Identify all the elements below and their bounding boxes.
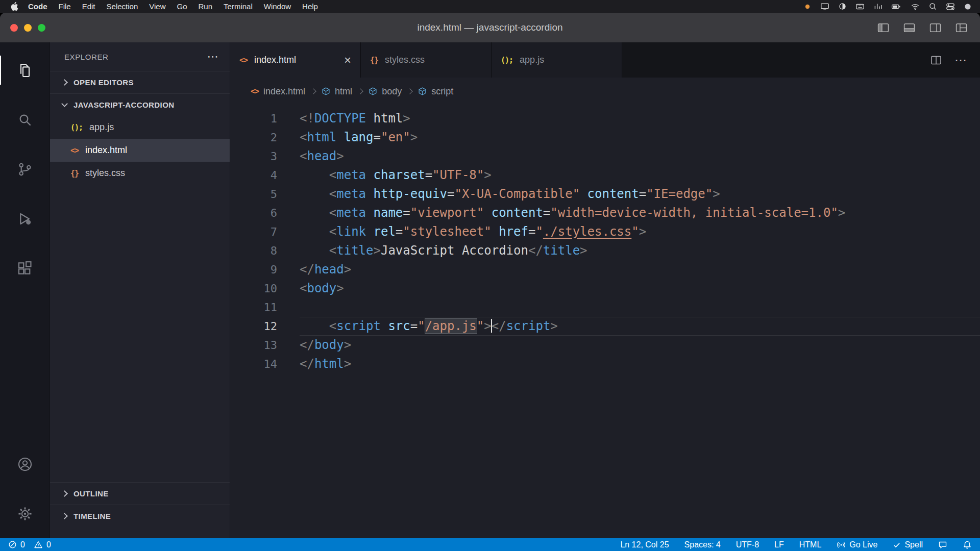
menu-item-selection[interactable]: Selection [101, 2, 144, 11]
menu-item-window[interactable]: Window [258, 2, 297, 11]
display-icon[interactable] [820, 2, 829, 11]
menu-item-terminal[interactable]: Terminal [218, 2, 258, 11]
titlebar[interactable]: index.html — javascript-accordion [0, 13, 980, 42]
line-number: 3 [230, 147, 277, 166]
code-line-12[interactable]: 12 <script src="/app.js"></script> [230, 317, 980, 336]
toggle-panel-icon[interactable] [903, 21, 916, 34]
tab-styles-css[interactable]: {} styles.css [361, 42, 492, 78]
spotlight-icon[interactable] [928, 2, 937, 11]
minimize-window-button[interactable] [24, 24, 32, 32]
settings-gear-icon[interactable] [0, 489, 50, 538]
sidebar-bottom-sections: OUTLINE TIMELINE [50, 482, 230, 538]
zoom-window-button[interactable] [38, 24, 45, 32]
breadcrumb-separator-icon [407, 88, 413, 94]
menu-item-run[interactable]: Run [193, 2, 218, 11]
symbol-cube-icon [418, 87, 427, 96]
symbol-cube-icon [369, 87, 377, 96]
menubar-menus: Code File Edit Selection View Go Run Ter… [8, 2, 324, 11]
symbol-cube-icon [322, 87, 330, 96]
close-tab-icon[interactable]: × [344, 54, 351, 66]
breadcrumb-html[interactable]: html [322, 86, 352, 97]
section-workspace[interactable]: JAVASCRIPT-ACCORDION [50, 93, 230, 116]
menu-item-edit[interactable]: Edit [77, 2, 101, 11]
search-icon[interactable] [0, 95, 50, 144]
editor-group: <> index.html × {} styles.css (); app.js [230, 42, 980, 538]
file-item-index-html[interactable]: <> index.html [50, 139, 230, 162]
control-center-icon[interactable] [946, 2, 955, 11]
css-file-icon: {} [370, 56, 378, 65]
screen-recording-indicator-icon[interactable] [803, 3, 812, 11]
line-number: 14 [230, 355, 277, 373]
line-number: 6 [230, 204, 277, 222]
file-item-styles-css[interactable]: {} styles.css [50, 162, 230, 185]
source-control-icon[interactable] [0, 144, 50, 194]
code-line-3[interactable]: 3<head> [230, 147, 980, 166]
close-window-button[interactable] [10, 24, 18, 32]
account-icon[interactable] [0, 439, 50, 489]
code-line-2[interactable]: 2<html lang="en"> [230, 128, 980, 147]
notifications-bell-icon[interactable] [963, 540, 972, 549]
section-outline[interactable]: OUTLINE [50, 482, 230, 505]
split-editor-icon[interactable] [930, 54, 942, 66]
file-item-app-js[interactable]: (); app.js [50, 116, 230, 139]
line-number: 7 [230, 222, 277, 241]
code-line-13[interactable]: 13</body> [230, 336, 980, 355]
code-area[interactable]: 1<!DOCTYPE html>2<html lang="en">3<head>… [230, 105, 980, 538]
menu-item-file[interactable]: File [53, 2, 77, 11]
tab-bar: <> index.html × {} styles.css (); app.js [230, 42, 980, 78]
section-open-editors[interactable]: OPEN EDITORS [50, 71, 230, 93]
go-live-status[interactable]: Go Live [837, 540, 877, 549]
problems-status[interactable]: 0 0 [8, 540, 51, 549]
wifi-icon[interactable] [911, 3, 920, 11]
code-line-8[interactable]: 8 <title>JavaScript Accordion</title> [230, 241, 980, 260]
code-line-9[interactable]: 9</head> [230, 260, 980, 279]
tab-label: index.html [254, 55, 296, 65]
apple-menu-icon[interactable] [8, 2, 22, 11]
code-line-7[interactable]: 7 <link rel="stylesheet" href="./styles.… [230, 222, 980, 241]
tab-label: styles.css [385, 55, 425, 65]
keyboard-icon[interactable] [855, 2, 865, 11]
code-line-6[interactable]: 6 <meta name="viewport" content="width=d… [230, 204, 980, 222]
tab-index-html[interactable]: <> index.html × [230, 42, 361, 78]
status-bar-left: 0 0 [8, 540, 51, 549]
explorer-more-actions-icon[interactable]: ⋯ [207, 51, 218, 62]
code-line-4[interactable]: 4 <meta charset="UTF-8"> [230, 166, 980, 185]
menu-item-code[interactable]: Code [22, 2, 53, 11]
breadcrumb-file[interactable]: <> index.html [251, 86, 305, 97]
section-timeline[interactable]: TIMELINE [50, 505, 230, 527]
code-line-1[interactable]: 1<!DOCTYPE html> [230, 109, 980, 128]
extensions-icon[interactable] [0, 243, 50, 293]
tab-app-js[interactable]: (); app.js [492, 42, 622, 78]
menu-item-help[interactable]: Help [297, 2, 324, 11]
cursor-position-status[interactable]: Ln 12, Col 25 [620, 540, 669, 549]
focus-icon[interactable] [838, 2, 847, 11]
timeline-label: TIMELINE [74, 512, 111, 520]
outline-label: OUTLINE [74, 489, 109, 498]
menu-item-view[interactable]: View [143, 2, 171, 11]
indentation-status[interactable]: Spaces: 4 [684, 540, 721, 549]
breadcrumb-body[interactable]: body [369, 86, 402, 97]
toggle-secondary-sidebar-icon[interactable] [929, 21, 942, 34]
feedback-icon[interactable] [938, 540, 947, 549]
spell-checker-status[interactable]: Spell [893, 540, 923, 549]
customize-layout-icon[interactable] [955, 21, 968, 34]
siri-icon[interactable] [964, 3, 972, 11]
code-line-14[interactable]: 14</html> [230, 355, 980, 373]
code-line-10[interactable]: 10<body> [230, 279, 980, 298]
eol-status[interactable]: LF [774, 540, 784, 549]
code-line-5[interactable]: 5 <meta http-equiv="X-UA-Compatible" con… [230, 185, 980, 204]
line-number: 8 [230, 241, 277, 260]
run-debug-icon[interactable] [0, 194, 50, 243]
menu-item-go[interactable]: Go [172, 2, 193, 11]
battery-icon[interactable] [891, 3, 902, 11]
language-mode-status[interactable]: HTML [799, 540, 822, 549]
workspace-label: JAVASCRIPT-ACCORDION [74, 101, 174, 109]
toggle-primary-sidebar-icon[interactable] [877, 21, 890, 34]
stats-icon[interactable] [873, 2, 882, 11]
screen: Code File Edit Selection View Go Run Ter… [0, 0, 980, 551]
more-actions-icon[interactable]: ⋯ [954, 54, 967, 66]
code-line-11[interactable]: 11 [230, 298, 980, 317]
encoding-status[interactable]: UTF-8 [736, 540, 759, 549]
explorer-icon[interactable] [0, 45, 50, 95]
breadcrumb-script[interactable]: script [418, 86, 453, 97]
